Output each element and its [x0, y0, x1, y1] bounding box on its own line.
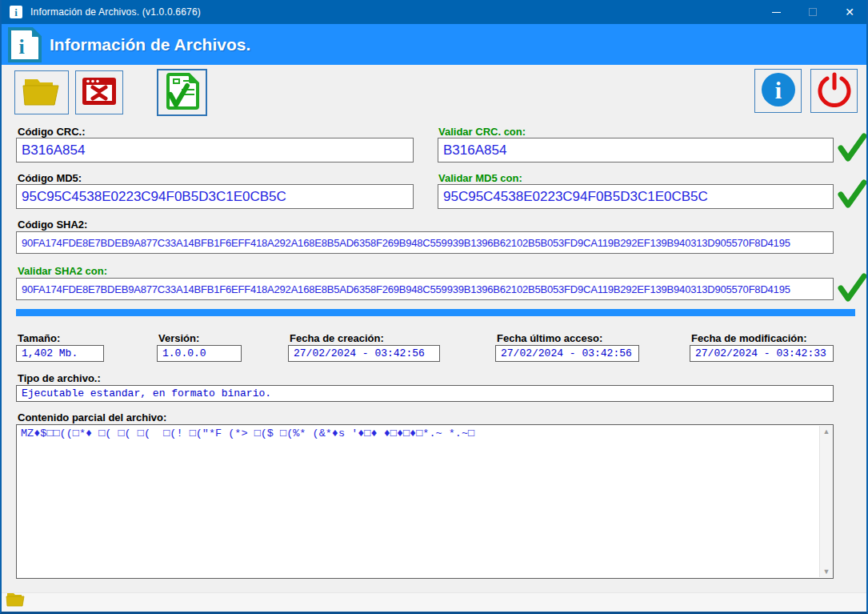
minimize-button[interactable]	[758, 0, 794, 24]
app-icon: i	[10, 6, 22, 18]
filetype-field[interactable]: Ejecutable estandar, en formato binario.	[16, 385, 834, 402]
exit-button[interactable]	[810, 69, 858, 113]
maximize-icon	[809, 8, 817, 16]
minimize-icon	[772, 12, 781, 13]
folder-open-icon	[22, 76, 62, 110]
power-icon	[817, 72, 852, 110]
version-field[interactable]: 1.0.0.0	[157, 345, 242, 362]
status-bar	[2, 592, 866, 612]
size-field[interactable]: 1,402 Mb.	[16, 345, 104, 362]
window-controls: ✕	[758, 0, 868, 24]
close-file-button[interactable]	[75, 70, 123, 114]
modified-field[interactable]: 27/02/2024 - 03:42:33	[690, 345, 834, 362]
created-field[interactable]: 27/02/2024 - 03:42:56	[288, 345, 440, 362]
crc-label: Código CRC.:	[18, 126, 85, 138]
accessed-field[interactable]: 27/02/2024 - 03:42:56	[495, 345, 639, 362]
sha2-label: Código SHA2:	[18, 219, 87, 231]
app-window: i Información de Archivos. (v1.0.0.6676)…	[0, 0, 868, 614]
window-close-icon	[82, 77, 117, 109]
titlebar: i Información de Archivos. (v1.0.0.6676)…	[0, 0, 868, 24]
info-icon: i	[761, 72, 796, 110]
content-textarea[interactable]: MZ♦$□□((□*♦ □( □( □( □(! □("*F (*> □($ □…	[16, 424, 834, 579]
crc-validate-field[interactable]: B316A854	[438, 138, 834, 163]
modified-label: Fecha de modificación:	[691, 332, 806, 344]
crc-valid-check-icon	[838, 132, 866, 166]
version-label: Versión:	[158, 332, 199, 344]
created-label: Fecha de creación:	[290, 332, 384, 344]
accessed-label: Fecha último acceso:	[497, 332, 602, 344]
content-label: Contenido parcial del archivo:	[18, 411, 166, 423]
filetype-label: Tipo de archivo.:	[18, 372, 101, 384]
crc-value-field[interactable]: B316A854	[16, 138, 414, 163]
svg-text:i: i	[774, 77, 781, 103]
size-label: Tamaño:	[18, 332, 60, 344]
maximize-button[interactable]	[794, 0, 831, 24]
open-file-button[interactable]	[14, 70, 69, 114]
md5-valid-check-icon	[838, 179, 866, 212]
content-scrollbar[interactable]: ▲ ▼	[819, 426, 833, 577]
validate-file-button[interactable]	[157, 69, 207, 116]
sha2-validate-field[interactable]: 90FA174FDE8E7BDEB9A877C33A14BFB1F6EFF418…	[16, 278, 834, 300]
sha2-value-field[interactable]: 90FA174FDE8E7BDEB9A877C33A14BFB1F6EFF418…	[16, 231, 834, 254]
app-document-icon: i	[6, 27, 43, 66]
about-button[interactable]: i	[754, 69, 802, 113]
scroll-up-icon[interactable]: ▲	[823, 427, 830, 435]
document-check-icon	[164, 72, 201, 114]
close-button[interactable]: ✕	[831, 0, 868, 24]
close-icon: ✕	[845, 6, 854, 18]
page-title: Información de Archivos.	[50, 35, 250, 54]
window-title: Información de Archivos. (v1.0.0.6676)	[30, 6, 201, 18]
scroll-down-icon[interactable]: ▼	[823, 568, 830, 576]
sha2-valid-check-icon	[838, 272, 866, 306]
header: i Información de Archivos.	[0, 24, 868, 65]
sha2-validate-label: Validar SHA2 con:	[18, 265, 107, 277]
crc-validate-label: Validar CRC. con:	[438, 126, 526, 138]
svg-text:i: i	[18, 35, 24, 58]
md5-validate-field[interactable]: 95C95C4538E0223C94F0B5D3C1E0CB5C	[438, 184, 834, 209]
md5-label: Código MD5:	[18, 172, 82, 184]
md5-validate-label: Validar MD5 con:	[438, 172, 522, 184]
section-separator	[16, 309, 855, 316]
md5-value-field[interactable]: 95C95C4538E0223C94F0B5D3C1E0CB5C	[16, 184, 414, 209]
status-folder-icon	[6, 591, 25, 610]
